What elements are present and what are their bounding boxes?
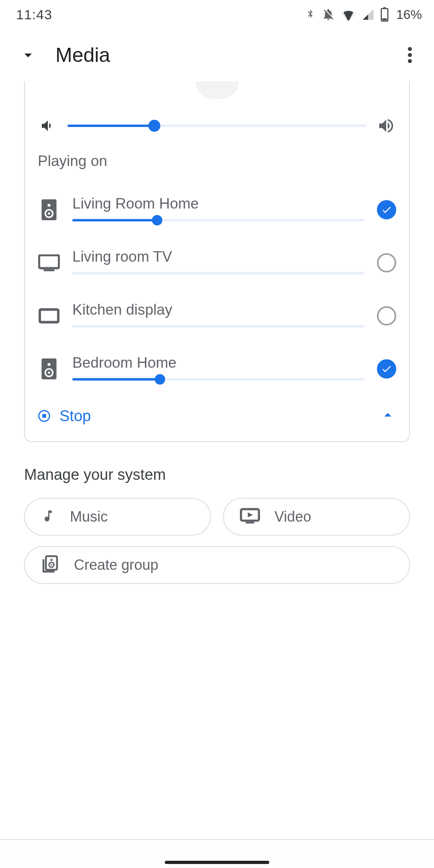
device-volume-slider[interactable] (72, 216, 365, 224)
master-volume-fill (68, 125, 154, 127)
status-icons: 16% (305, 7, 422, 22)
device-row-living-room-home[interactable]: Living Room Home (38, 183, 396, 236)
video-chip[interactable]: Video (223, 498, 410, 536)
device-select-checkbox[interactable] (377, 306, 396, 326)
chip-label: Music (70, 508, 108, 525)
device-volume-slider[interactable] (72, 375, 365, 383)
status-time: 11:43 (16, 7, 52, 23)
playing-on-label: Playing on (38, 149, 396, 183)
stop-button[interactable]: Stop (38, 407, 91, 425)
svg-point-16 (48, 372, 50, 374)
battery-icon (380, 7, 389, 22)
device-list: Living Room Home Living room TV (38, 183, 396, 395)
collapse-devices-button[interactable] (379, 407, 396, 425)
svg-rect-2 (382, 18, 387, 20)
device-volume-slider (72, 322, 365, 330)
svg-rect-1 (383, 7, 386, 9)
overflow-menu-button[interactable] (398, 47, 422, 63)
speaker-icon (38, 358, 60, 379)
album-art-clip (38, 81, 396, 99)
wifi-icon (341, 8, 356, 20)
cell-signal-icon (362, 8, 375, 21)
card-footer: Stop (38, 395, 396, 429)
svg-point-4 (408, 53, 412, 57)
music-chip[interactable]: Music (24, 498, 211, 536)
device-name: Living Room Home (72, 195, 365, 212)
svg-rect-11 (44, 269, 55, 271)
svg-rect-10 (39, 255, 59, 268)
bluetooth-icon (305, 7, 316, 22)
music-note-icon (41, 508, 55, 526)
gesture-handle[interactable] (165, 861, 269, 864)
svg-point-7 (47, 204, 50, 207)
device-row-living-room-tv[interactable]: Living room TV (38, 236, 396, 289)
svg-point-5 (408, 59, 412, 63)
page-title: Media (55, 43, 398, 67)
device-name: Bedroom Home (72, 354, 365, 371)
device-select-checkbox[interactable] (377, 359, 396, 379)
volume-high-icon (376, 117, 396, 135)
svg-point-14 (47, 363, 50, 366)
video-tv-icon (240, 508, 260, 526)
svg-point-3 (408, 47, 412, 51)
media-card: Playing on Living Room Home (24, 81, 410, 442)
stop-label: Stop (59, 407, 91, 425)
svg-rect-12 (40, 309, 58, 322)
master-volume-row (38, 99, 396, 149)
tv-icon (38, 254, 60, 271)
svg-rect-18 (42, 414, 46, 418)
app-bar: Media (0, 29, 434, 81)
svg-rect-20 (246, 522, 254, 523)
manage-section: Manage your system Music Video Create gr… (0, 442, 434, 584)
svg-point-22 (50, 559, 53, 561)
chip-label: Create group (74, 557, 158, 573)
volume-low-icon (38, 118, 58, 134)
create-group-chip[interactable]: Create group (24, 546, 410, 584)
battery-percentage: 16% (396, 7, 422, 22)
device-name: Kitchen display (72, 301, 365, 318)
chip-label: Video (274, 508, 311, 525)
device-row-bedroom-home[interactable]: Bedroom Home (38, 342, 396, 395)
manage-title: Manage your system (24, 466, 410, 483)
speaker-icon (38, 199, 60, 220)
svg-point-24 (51, 564, 52, 566)
nav-bar (0, 839, 434, 868)
master-volume-thumb (148, 120, 160, 132)
device-volume-slider (72, 269, 365, 277)
tablet-icon (38, 308, 60, 324)
svg-point-9 (48, 213, 50, 215)
device-select-checkbox[interactable] (377, 253, 396, 272)
dnd-off-icon (321, 8, 335, 21)
speaker-group-icon (41, 555, 59, 575)
collapse-button[interactable] (12, 46, 44, 64)
device-row-kitchen-display[interactable]: Kitchen display (38, 289, 396, 342)
device-name: Living room TV (72, 248, 365, 265)
status-bar: 11:43 16% (0, 0, 434, 29)
master-volume-slider[interactable] (68, 118, 366, 134)
device-select-checkbox[interactable] (377, 200, 396, 219)
